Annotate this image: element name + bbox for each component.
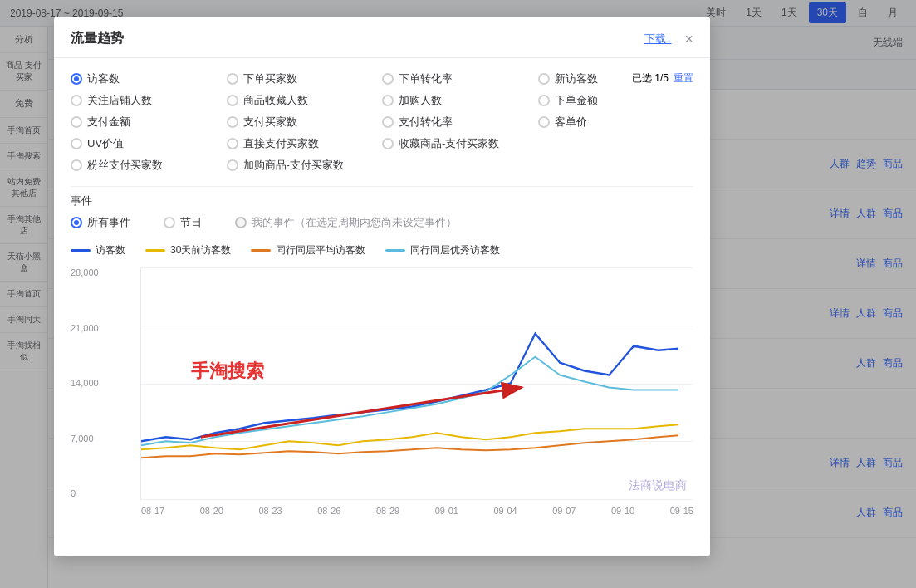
radio-follow-store[interactable] (71, 95, 82, 106)
metric-direct-pay-buyers-label: 直接支付买家数 (243, 136, 319, 151)
metric-collect-pay-buyers[interactable]: 收藏商品-支付买家数 (382, 136, 538, 151)
metric-order-buyers-label: 下单买家数 (243, 71, 297, 86)
radio-all-events[interactable] (71, 217, 82, 228)
x-axis-labels: 08-17 08-20 08-23 08-26 08-29 09-01 09-0… (141, 506, 693, 516)
metric-add-cart[interactable]: 加购人数 (382, 93, 538, 108)
metric-order-rate-label: 下单转化率 (399, 71, 453, 86)
x-label-0910: 09-10 (611, 506, 634, 516)
radio-uv-value[interactable] (71, 138, 82, 149)
legend-dot-top (385, 249, 405, 252)
metric-visitors[interactable]: 访客数 (71, 71, 227, 86)
modal-header: 流量趋势 下载↓ × (54, 17, 710, 58)
metric-order-buyers[interactable]: 下单买家数 (227, 71, 383, 86)
line-visitors (141, 334, 678, 442)
x-label-0820: 08-20 (200, 506, 223, 516)
x-label-0901: 09-01 (435, 506, 458, 516)
metric-uv-value-label: UV价值 (87, 136, 124, 151)
x-label-0823: 08-23 (259, 506, 282, 516)
metrics-grid: 访客数 下单买家数 下单转化率 新访客数 (71, 71, 693, 173)
metric-pay-buyers-label: 支付买家数 (243, 115, 297, 130)
y-label-0: 0 (71, 488, 99, 498)
metric-fans-pay-buyers-label: 粉丝支付买家数 (87, 158, 163, 173)
y-label-14000: 14,000 (71, 378, 99, 388)
legend-30day-label: 30天前访客数 (170, 243, 231, 257)
download-link[interactable]: 下载↓ (644, 32, 672, 47)
y-axis-labels: 28,000 21,000 14,000 7,000 0 (71, 267, 99, 500)
events-label: 事件 (71, 194, 693, 208)
metric-pay-amount[interactable]: 支付金额 (71, 115, 227, 130)
metric-follow-store[interactable]: 关注店铺人数 (71, 93, 227, 108)
metric-collect-pay-buyers-label: 收藏商品-支付买家数 (399, 136, 499, 151)
modal-header-right: 下载↓ × (644, 32, 693, 47)
radio-order-rate[interactable] (382, 73, 394, 85)
radio-order-amount[interactable] (538, 95, 550, 106)
radio-new-visitors[interactable] (538, 73, 550, 85)
legend-avg-visitors: 同行同层平均访客数 (251, 243, 365, 257)
metric-uv-value[interactable]: UV价值 (71, 136, 227, 151)
x-label-0817: 08-17 (141, 506, 164, 516)
event-my-events[interactable]: 我的事件（在选定周期内您尚未设定事件） (235, 215, 457, 230)
legend-top-label: 同行同层优秀访客数 (410, 243, 500, 257)
radio-direct-pay-buyers[interactable] (227, 138, 238, 149)
metric-pay-rate[interactable]: 支付转化率 (382, 115, 538, 130)
x-label-0829: 08-29 (376, 506, 399, 516)
x-label-0904: 09-04 (494, 506, 517, 516)
metric-pay-rate-label: 支付转化率 (399, 115, 453, 130)
grid-line-5 (141, 499, 693, 500)
metric-collect-product-label: 商品收藏人数 (243, 93, 308, 108)
metric-avg-price[interactable]: 客单价 (538, 115, 694, 130)
event-all-label: 所有事件 (87, 215, 130, 230)
radio-avg-price[interactable] (538, 116, 550, 128)
radio-holiday[interactable] (164, 217, 175, 228)
radio-collect-pay-buyers[interactable] (382, 138, 394, 149)
legend-section: 访客数 30天前访客数 同行同层平均访客数 同行同层优秀访客数 (71, 243, 693, 257)
legend-dot-visitors (71, 249, 91, 252)
reset-button[interactable]: 重置 (674, 71, 693, 86)
legend-dot-30day (145, 249, 165, 252)
radio-addcart-pay-buyers[interactable] (227, 159, 238, 171)
metric-new-visitors-label: 新访客数 (555, 71, 598, 86)
modal-title: 流量趋势 (71, 30, 124, 47)
metric-addcart-pay-buyers[interactable]: 加购商品-支付买家数 (227, 158, 383, 173)
chart-container: 手淘搜索 08-17 08-20 08-23 08-26 08-29 09-01… (140, 267, 693, 500)
legend-dot-avg (251, 249, 271, 252)
x-label-0915: 09-15 (670, 506, 693, 516)
legend-30day-visitors: 30天前访客数 (145, 243, 231, 257)
metric-follow-store-label: 关注店铺人数 (87, 93, 152, 108)
event-holiday[interactable]: 节日 (164, 215, 202, 230)
metric-order-amount[interactable]: 下单金额 (538, 93, 694, 108)
metric-fans-pay-buyers[interactable]: 粉丝支付买家数 (71, 158, 227, 173)
radio-pay-buyers[interactable] (227, 116, 238, 128)
annotation-text: 手淘搜索 (191, 359, 264, 384)
radio-add-cart[interactable] (382, 95, 394, 106)
radio-my-events[interactable] (235, 217, 247, 228)
legend-avg-label: 同行同层平均访客数 (276, 243, 365, 257)
close-button[interactable]: × (684, 32, 693, 47)
chart-wrapper: 28,000 21,000 14,000 7,000 0 (107, 267, 693, 500)
y-label-7000: 7,000 (71, 434, 99, 443)
metric-avg-price-label: 客单价 (555, 115, 587, 130)
metrics-section: 访客数 下单买家数 下单转化率 新访客数 (71, 71, 693, 173)
metric-collect-product[interactable]: 商品收藏人数 (227, 93, 383, 108)
line-30day (141, 424, 678, 449)
radio-pay-rate[interactable] (382, 116, 394, 128)
modal-body: 访客数 下单买家数 下单转化率 新访客数 (54, 58, 710, 533)
event-all[interactable]: 所有事件 (71, 215, 130, 230)
y-label-21000: 21,000 (71, 323, 99, 333)
events-row: 所有事件 节日 我的事件（在选定周期内您尚未设定事件） (71, 215, 693, 230)
arrow-line (201, 387, 522, 437)
radio-collect-product[interactable] (227, 95, 238, 106)
radio-fans-pay-buyers[interactable] (71, 159, 82, 171)
radio-pay-amount[interactable] (71, 116, 82, 128)
radio-visitors[interactable] (71, 73, 82, 85)
modal-dialog: 流量趋势 下载↓ × 访客数 下单买家数 (54, 17, 710, 556)
x-label-0907: 09-07 (552, 506, 576, 516)
radio-order-buyers[interactable] (227, 73, 238, 85)
metric-direct-pay-buyers[interactable]: 直接支付买家数 (227, 136, 383, 151)
metric-order-amount-label: 下单金额 (555, 93, 598, 108)
metric-order-rate[interactable]: 下单转化率 (382, 71, 538, 86)
watermark: 法商说电商 (629, 478, 687, 493)
metric-pay-buyers[interactable]: 支付买家数 (227, 115, 383, 130)
metrics-count: 已选 1/5 (632, 71, 669, 86)
modal-overlay: 流量趋势 下载↓ × 访客数 下单买家数 (0, 0, 916, 588)
